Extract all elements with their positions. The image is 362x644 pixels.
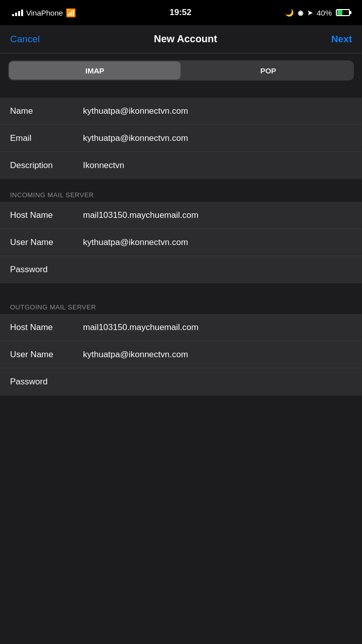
email-label: Email	[10, 133, 83, 143]
next-button[interactable]: Next	[331, 34, 352, 45]
outgoing-hostname-row: Host Name mail103150.maychuemail.com	[0, 314, 362, 341]
outgoing-password-label: Password	[10, 377, 83, 387]
section-gap-1	[0, 91, 362, 98]
section-gap-3	[0, 283, 362, 298]
outgoing-hostname-value[interactable]: mail103150.maychuemail.com	[83, 323, 352, 333]
status-time: 19:52	[169, 8, 191, 18]
location-icon: ◉	[298, 9, 303, 17]
incoming-password-label: Password	[10, 265, 83, 275]
segment-imap[interactable]: IMAP	[9, 61, 180, 79]
carrier-name: VinaPhone	[26, 9, 63, 17]
section-gap-2	[0, 179, 362, 186]
cancel-button[interactable]: Cancel	[10, 34, 40, 45]
email-row: Email kythuatpa@ikonnectvn.com	[0, 125, 362, 152]
description-value[interactable]: Ikonnectvn	[83, 160, 352, 171]
incoming-username-value[interactable]: kythuatpa@ikonnectvn.com	[83, 237, 352, 248]
moon-icon: 🌙	[285, 9, 294, 17]
signal-icon	[12, 9, 23, 16]
description-row: Description Ikonnectvn	[0, 152, 362, 179]
email-value[interactable]: kythuatpa@ikonnectvn.com	[83, 133, 352, 143]
wifi-icon: 📶	[66, 8, 76, 18]
description-label: Description	[10, 160, 83, 171]
status-right: 🌙 ◉ ➤ 40%	[285, 9, 350, 17]
segment-container: IMAP POP	[0, 53, 362, 91]
incoming-username-row: User Name kythuatpa@ikonnectvn.com	[0, 229, 362, 256]
segment-pop[interactable]: POP	[183, 61, 354, 79]
incoming-username-label: User Name	[10, 237, 83, 248]
outgoing-password-row: Password	[0, 368, 362, 395]
name-label: Name	[10, 106, 83, 116]
incoming-hostname-row: Host Name mail103150.maychuemail.com	[0, 202, 362, 229]
incoming-password-row: Password	[0, 256, 362, 283]
outgoing-username-label: User Name	[10, 350, 83, 360]
name-row: Name kythuatpa@ikonnectvn.com	[0, 98, 362, 125]
incoming-hostname-value[interactable]: mail103150.maychuemail.com	[83, 210, 352, 220]
battery-percent: 40%	[317, 9, 332, 17]
outgoing-section: Host Name mail103150.maychuemail.com Use…	[0, 314, 362, 395]
status-bar: VinaPhone 📶 19:52 🌙 ◉ ➤ 40%	[0, 0, 362, 25]
battery-fill	[337, 10, 342, 15]
name-value[interactable]: kythuatpa@ikonnectvn.com	[83, 106, 352, 116]
outgoing-section-header: OUTGOING MAIL SERVER	[0, 298, 362, 314]
account-section: Name kythuatpa@ikonnectvn.com Email kyth…	[0, 98, 362, 179]
outgoing-hostname-label: Host Name	[10, 323, 83, 333]
incoming-hostname-label: Host Name	[10, 210, 83, 220]
incoming-section: Host Name mail103150.maychuemail.com Use…	[0, 202, 362, 283]
segment-control: IMAP POP	[8, 60, 354, 80]
battery-icon	[336, 9, 350, 16]
arrow-icon: ➤	[307, 9, 313, 17]
page-title: New Account	[154, 33, 217, 45]
outgoing-username-value[interactable]: kythuatpa@ikonnectvn.com	[83, 350, 352, 360]
nav-header: Cancel New Account Next	[0, 25, 362, 53]
outgoing-username-row: User Name kythuatpa@ikonnectvn.com	[0, 341, 362, 368]
status-left: VinaPhone 📶	[12, 8, 76, 18]
incoming-section-header: INCOMING MAIL SERVER	[0, 186, 362, 202]
